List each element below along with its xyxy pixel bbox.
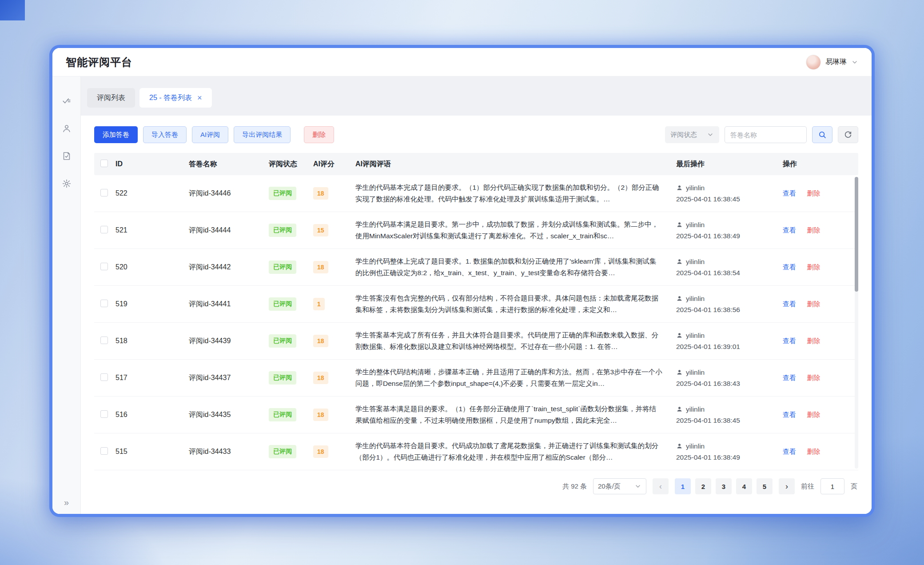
view-link[interactable]: 查看: [783, 374, 796, 381]
review-status-select[interactable]: 评阅状态: [665, 126, 719, 143]
content-panel: 添加答卷 导入答卷 AI评阅 导出评阅结果 删除 评阅状态: [81, 116, 872, 514]
row-lastop: yilinlin 2025-04-01 16:38:49: [676, 442, 783, 461]
tab-strip: 评阅列表 25 - 答卷列表 ×: [81, 76, 872, 116]
delete-link[interactable]: 删除: [807, 374, 820, 381]
row-checkbox[interactable]: [100, 410, 108, 418]
goto-page-input[interactable]: [820, 478, 844, 494]
select-all-checkbox[interactable]: [100, 160, 108, 167]
user-icon[interactable]: [62, 124, 72, 133]
person-icon: [676, 184, 683, 191]
operation-time: 2025-04-01 16:38:49: [676, 232, 777, 240]
delete-link[interactable]: 删除: [807, 263, 820, 271]
row-comment: 学生的代码基本完成了题目的要求。（1）部分代码正确实现了数据集的加载和切分。（2…: [355, 182, 676, 205]
prev-page-icon[interactable]: ‹: [653, 478, 669, 494]
row-comment: 学生的整体代码结构清晰，步骤基本正确，并且适用了正确的库和方法。然而，在第3步中…: [355, 366, 676, 389]
person-icon: [676, 443, 683, 449]
person-icon: [676, 295, 683, 302]
total-count: 共 92 条: [562, 482, 587, 491]
operator-name: yilinlin: [686, 332, 705, 340]
row-lastop: yilinlin 2025-04-01 16:38:45: [676, 405, 783, 425]
double-chevron-right-icon[interactable]: »: [52, 497, 80, 508]
table-row: 522 评阅id-34446 已评阅 18 学生的代码基本完成了题目的要求。（1…: [94, 175, 858, 212]
table-body: 522 评阅id-34446 已评阅 18 学生的代码基本完成了题目的要求。（1…: [94, 175, 858, 470]
row-checkbox[interactable]: [100, 300, 108, 307]
page-button-4[interactable]: 4: [736, 478, 752, 494]
row-checkbox[interactable]: [100, 263, 108, 270]
delete-link[interactable]: 删除: [807, 411, 820, 418]
delete-link[interactable]: 删除: [807, 226, 820, 234]
page-numbers: 12345: [675, 478, 773, 494]
answer-name-input[interactable]: [725, 126, 807, 143]
close-icon[interactable]: ×: [197, 94, 202, 102]
person-icon: [676, 406, 683, 413]
status-badge: 已评阅: [269, 260, 296, 274]
status-badge: 已评阅: [269, 224, 296, 237]
page-button-5[interactable]: 5: [757, 478, 773, 494]
header-score: AI评分: [313, 160, 355, 169]
scrollbar-thumb[interactable]: [855, 177, 858, 292]
score-badge: 18: [313, 445, 328, 458]
ai-review-button[interactable]: AI评阅: [192, 126, 228, 143]
row-name: 评阅id-34439: [189, 337, 269, 346]
delete-link[interactable]: 删除: [807, 448, 820, 455]
view-link[interactable]: 查看: [783, 226, 796, 234]
magnifier-icon: [818, 130, 827, 139]
document-check-icon[interactable]: [62, 151, 72, 161]
row-name: 评阅id-34433: [189, 447, 269, 457]
delete-button[interactable]: 删除: [304, 126, 334, 143]
tab-label: 25 - 答卷列表: [149, 93, 192, 103]
row-checkbox[interactable]: [100, 337, 108, 344]
view-link[interactable]: 查看: [783, 337, 796, 345]
export-results-button[interactable]: 导出评阅结果: [234, 126, 291, 143]
page-button-2[interactable]: 2: [695, 478, 711, 494]
person-icon: [676, 332, 683, 339]
view-link[interactable]: 查看: [783, 448, 796, 455]
row-actions: 查看 删除: [783, 263, 849, 272]
delete-link[interactable]: 删除: [807, 337, 820, 345]
row-checkbox[interactable]: [100, 226, 108, 233]
row-actions: 查看 删除: [783, 374, 849, 382]
row-name: 评阅id-34442: [189, 263, 269, 272]
page-button-1[interactable]: 1: [675, 478, 691, 494]
tab-review-list[interactable]: 评阅列表: [87, 88, 135, 108]
row-checkbox[interactable]: [100, 373, 108, 381]
delete-link[interactable]: 删除: [807, 300, 820, 308]
person-icon: [676, 369, 683, 376]
view-link[interactable]: 查看: [783, 411, 796, 418]
next-page-icon[interactable]: ›: [779, 478, 795, 494]
view-link[interactable]: 查看: [783, 189, 796, 197]
tab-answer-list[interactable]: 25 - 答卷列表 ×: [139, 88, 212, 108]
row-id: 521: [116, 226, 189, 234]
score-badge: 18: [313, 261, 328, 273]
row-name: 评阅id-34444: [189, 226, 269, 235]
import-answer-button[interactable]: 导入答卷: [143, 126, 187, 143]
row-lastop: yilinlin 2025-04-01 16:38:56: [676, 295, 783, 314]
operator-name: yilinlin: [686, 221, 705, 229]
delete-link[interactable]: 删除: [807, 189, 820, 197]
row-comment: 学生答案基本完成了所有任务，并且大体符合题目要求。代码使用了正确的库和函数来载入…: [355, 329, 676, 353]
operator-name: yilinlin: [686, 295, 705, 303]
header-id: ID: [116, 160, 189, 168]
table-row: 518 评阅id-34439 已评阅 18 学生答案基本完成了所有任务，并且大体…: [94, 323, 858, 360]
toolbar: 添加答卷 导入答卷 AI评阅 导出评阅结果 删除 评阅状态: [94, 126, 858, 143]
refresh-button[interactable]: [838, 126, 858, 143]
row-status: 已评阅: [269, 334, 313, 348]
operation-time: 2025-04-01 16:38:45: [676, 195, 777, 203]
search-button[interactable]: [812, 126, 832, 143]
row-status: 已评阅: [269, 260, 313, 274]
row-checkbox[interactable]: [100, 189, 108, 196]
review-check-icon[interactable]: [62, 96, 72, 106]
view-link[interactable]: 查看: [783, 300, 796, 308]
person-icon: [676, 258, 683, 265]
score-badge: 15: [313, 224, 328, 236]
user-menu[interactable]: 易琳琳: [806, 55, 858, 70]
settings-icon[interactable]: [62, 179, 72, 188]
operator-name: yilinlin: [686, 442, 705, 450]
table-row: 520 评阅id-34442 已评阅 18 学生的代码整体上完成了题目要求。1.…: [94, 249, 858, 286]
pagination: 共 92 条 20条/页 ‹ 12345 › 前往 页: [94, 477, 858, 495]
add-answer-button[interactable]: 添加答卷: [94, 126, 138, 143]
view-link[interactable]: 查看: [783, 263, 796, 271]
row-checkbox[interactable]: [100, 447, 108, 455]
page-button-3[interactable]: 3: [716, 478, 732, 494]
page-size-select[interactable]: 20条/页: [593, 478, 646, 494]
